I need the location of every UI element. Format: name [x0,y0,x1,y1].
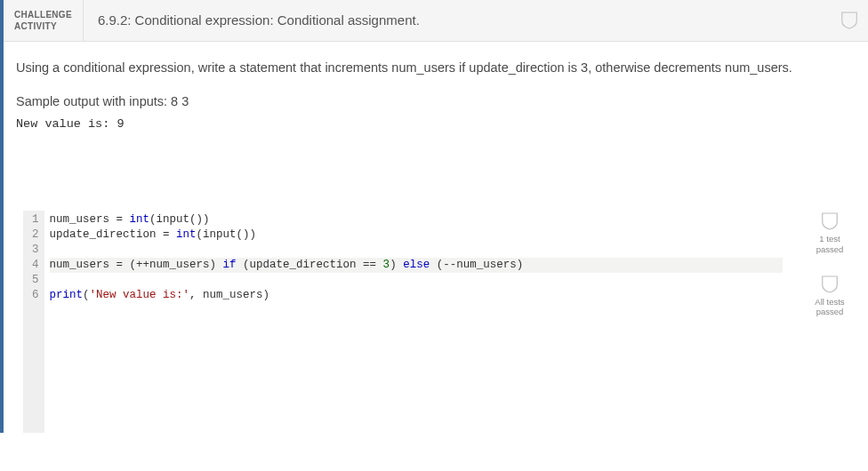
line-number: 2 [32,228,39,243]
sample-output-value: New value is: 9 [16,117,856,131]
shield-icon [841,10,857,31]
line-number: 3 [32,243,39,258]
test-status-label: All tests passed [815,297,844,317]
line-number: 4 [32,258,39,273]
test-status-sidebar: 1 test passed All tests passed [804,211,856,317]
editor-area: 1 2 3 4 5 6 num_users = int(input()) upd… [16,211,856,433]
shield-icon [822,212,838,230]
code-line: update_direction = int(input()) [50,228,783,243]
line-number: 6 [32,288,39,303]
line-number: 1 [32,212,39,228]
sample-output-label: Sample output with inputs: 8 3 [16,94,856,108]
code-editor[interactable]: 1 2 3 4 5 6 num_users = int(input()) upd… [23,211,788,433]
code-line [50,243,783,258]
header-badge [841,0,868,41]
test-status-label: 1 test passed [816,234,844,254]
shield-icon [822,275,838,293]
test-status-all: All tests passed [815,275,844,317]
code-line [50,273,783,288]
code-line: num_users = int(input()) [50,212,783,228]
activity-body: Using a conditional expression, write a … [4,42,868,433]
header-title: 6.9.2: Conditional expression: Condition… [84,0,841,41]
code-line-highlight: num_users = (++num_users) if (update_dir… [50,258,783,273]
editor-code[interactable]: num_users = int(input()) update_directio… [44,211,788,433]
prompt-text: Using a conditional expression, write a … [16,58,856,78]
test-status-one: 1 test passed [816,212,844,254]
challenge-activity-container: CHALLENGE ACTIVITY 6.9.2: Conditional ex… [0,0,868,433]
line-number: 5 [32,273,39,288]
header-bar: CHALLENGE ACTIVITY 6.9.2: Conditional ex… [4,0,868,42]
header-tag: CHALLENGE ACTIVITY [4,0,84,41]
code-line: print('New value is:', num_users) [50,288,783,303]
editor-gutter: 1 2 3 4 5 6 [23,211,44,433]
